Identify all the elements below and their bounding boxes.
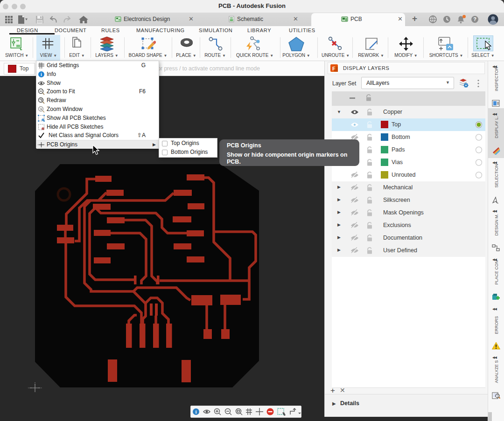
svg-text:?: ? (473, 16, 476, 22)
svg-text:i: i (41, 72, 42, 77)
svg-text:i: i (195, 409, 196, 414)
svg-text:F: F (332, 66, 336, 71)
